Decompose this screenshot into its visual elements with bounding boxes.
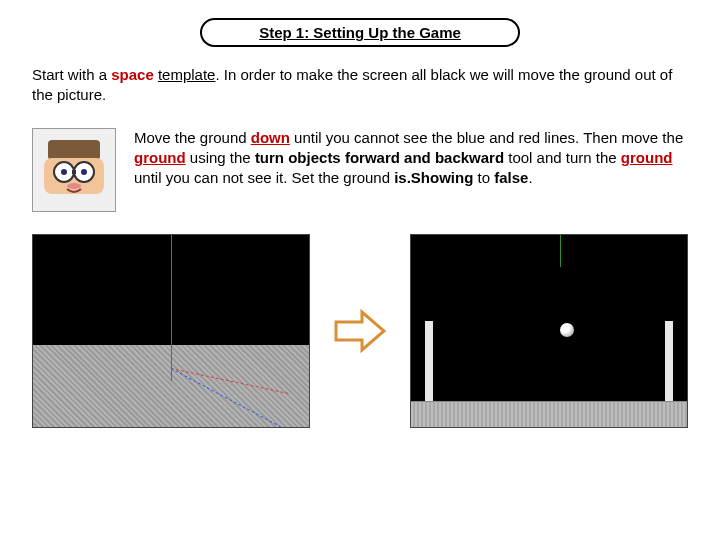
svg-point-5 <box>61 169 67 175</box>
instr-t2: until you cannot see the blue and red li… <box>290 129 683 146</box>
scene2-floor <box>411 401 687 427</box>
instr-t6: to <box>473 169 494 186</box>
svg-point-6 <box>81 169 87 175</box>
instr-t5: until you can not see it. Set the ground <box>134 169 394 186</box>
scene2-right-paddle <box>665 321 673 401</box>
instr-t1: Move the ground <box>134 129 251 146</box>
instr-t7: . <box>528 169 532 186</box>
images-row <box>32 234 688 428</box>
instr-t4: tool and turn the <box>504 149 621 166</box>
step-header: Step 1: Setting Up the Game <box>200 18 520 47</box>
keyword-isshowing: is.Showing <box>394 169 473 186</box>
svg-rect-7 <box>72 170 76 174</box>
cartoon-face-icon <box>38 134 110 206</box>
keyword-false: false <box>494 169 528 186</box>
scene2-green-axis <box>560 235 561 267</box>
svg-point-8 <box>67 183 81 189</box>
instruction-text: Move the ground down until you cannot se… <box>134 128 688 212</box>
intro-paragraph: Start with a space template. In order to… <box>32 65 688 106</box>
keyword-ground-1: ground <box>134 149 186 166</box>
instr-t3: using the <box>186 149 255 166</box>
step-title: Step 1: Setting Up the Game <box>259 24 461 41</box>
keyword-space: space <box>111 66 154 83</box>
arrow-icon <box>332 308 388 354</box>
scene1-green-axis <box>171 235 172 381</box>
keyword-template: template <box>158 66 216 83</box>
scene2-ball <box>560 323 574 337</box>
intro-text-a: Start with a <box>32 66 111 83</box>
scene2-left-paddle <box>425 321 433 401</box>
before-scene <box>32 234 310 428</box>
svg-rect-1 <box>48 140 100 160</box>
keyword-ground-2: ground <box>621 149 673 166</box>
instruction-row: Move the ground down until you cannot se… <box>32 128 688 212</box>
after-scene <box>410 234 688 428</box>
keyword-down: down <box>251 129 290 146</box>
keyword-tool: turn objects forward and backward <box>255 149 504 166</box>
character-icon <box>32 128 116 212</box>
